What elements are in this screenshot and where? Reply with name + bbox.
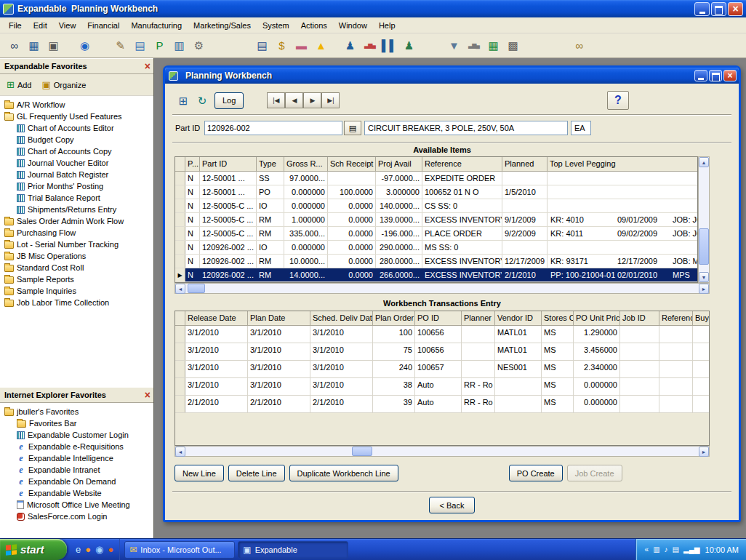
column-header[interactable]: P... <box>185 157 200 172</box>
table-row[interactable]: N12-50001 ...PO0.000000100.00003.0000001… <box>175 185 697 199</box>
refresh-button[interactable]: ↻ <box>193 92 212 109</box>
duplicate-workbench-line-button[interactable]: Duplicate Workbench Line <box>289 465 398 481</box>
nav-first-button[interactable]: |◀ <box>267 92 285 108</box>
ie-favorites-item[interactable]: Expandable Customer Login <box>0 429 153 441</box>
part-lookup-button[interactable]: ▤ <box>344 121 361 135</box>
table-row[interactable]: N12-50005-C ...RM335.000...0.0000-196.00… <box>175 227 697 241</box>
column-header[interactable]: Plan Date <box>248 311 310 326</box>
find-parts-button[interactable]: ∞ <box>4 36 24 55</box>
table-row[interactable]: 3/1/20103/1/20103/1/2010100100656MATL01M… <box>175 326 709 343</box>
ie-quicklaunch-icon[interactable]: e <box>76 545 81 554</box>
nav-prev-button[interactable]: ◀ <box>285 92 303 108</box>
ledger-button[interactable]: ▥ <box>169 36 189 55</box>
spreadsheet-button[interactable]: ▦ <box>484 36 503 55</box>
menu-financial[interactable]: Financial <box>81 19 125 32</box>
journal-entry-button[interactable]: ✎ <box>111 36 130 55</box>
column-header[interactable]: Proj Avail <box>376 157 422 172</box>
column-header[interactable]: Stores C <box>542 311 574 326</box>
verify-journal-button[interactable]: ▤ <box>130 36 150 55</box>
vscroll-thumb[interactable] <box>699 228 709 265</box>
organize-favorites-button[interactable]: ▣ Organize <box>41 79 87 90</box>
bar-chart-button[interactable]: ▃▆▄ <box>360 36 380 55</box>
ie-favorites-item[interactable]: Expandable On Demand <box>0 476 153 487</box>
table-row[interactable]: N12-50005-C ...IO0.0000000.0000140.0000.… <box>175 199 697 213</box>
gl-inquiry-button[interactable]: ▤ <box>252 36 272 55</box>
favorites-item[interactable]: Chart of Accounts Copy <box>0 145 153 157</box>
mesh-button[interactable]: ▩ <box>503 36 523 55</box>
po-create-button[interactable]: PO Create <box>509 465 563 481</box>
table-row[interactable]: 3/1/20103/1/20103/1/2010240100657NES001M… <box>175 361 709 378</box>
employee-chart-button[interactable]: ♟ <box>340 36 360 55</box>
ie-favorites-item[interactable]: Favorites Bar <box>0 417 153 429</box>
column-header[interactable]: Release Date <box>185 311 248 326</box>
column-header[interactable]: Planner <box>462 311 495 326</box>
scroll-right-button[interactable] <box>699 447 709 457</box>
favorites-item[interactable]: Purchasing Flow <box>0 227 153 239</box>
nav-last-button[interactable]: ▶| <box>321 92 340 108</box>
ie-favorites-item[interactable]: Expandable Intranet <box>0 464 153 476</box>
menu-file[interactable]: File <box>3 19 28 32</box>
favorites-item[interactable]: Sample Reports <box>0 273 153 285</box>
add-favorite-button[interactable]: ⊞ Add <box>6 79 32 90</box>
workbench-close-button[interactable] <box>723 70 737 81</box>
pause-button[interactable]: ▌▌ <box>380 36 399 55</box>
column-header[interactable]: Sched. Deliv Date <box>310 311 373 326</box>
column-header[interactable]: Type <box>257 157 284 172</box>
favorites-item[interactable]: Lot - Serial Number Tracking <box>0 239 153 250</box>
menu-help[interactable]: Help <box>373 19 401 32</box>
setup-button[interactable]: ⚙ <box>189 36 209 55</box>
hscroll-thumb[interactable] <box>188 284 205 293</box>
warning-button[interactable]: ▲ <box>311 36 331 55</box>
favorites-item[interactable]: GL Frequently Used Features <box>0 111 153 122</box>
new-line-button[interactable]: New Line <box>175 465 224 481</box>
column-header[interactable]: PO Unit Price <box>574 311 620 326</box>
column-header[interactable]: Plan Order <box>373 311 415 326</box>
favorites-close-button[interactable]: × <box>145 61 151 71</box>
column-header[interactable]: PO ID <box>415 311 462 326</box>
minimize-button[interactable] <box>694 2 710 16</box>
transfer-button[interactable]: ⊞ <box>174 92 193 109</box>
part-id-input[interactable] <box>204 121 342 135</box>
purge-button[interactable]: ▬ <box>292 36 311 55</box>
scroll-right-button[interactable] <box>699 284 709 294</box>
favorites-item[interactable]: Budget Copy <box>0 134 153 145</box>
workbench-restore-button[interactable] <box>709 70 722 81</box>
menu-window[interactable]: Window <box>333 19 373 32</box>
favorites-item[interactable]: Trial Balance Report <box>0 192 153 204</box>
column-header[interactable]: Sch Receipt <box>328 157 376 172</box>
nav-next-button[interactable]: ▶ <box>303 92 321 108</box>
table-row[interactable]: N12-50001 ...SS97.0000...-97.0000...EXPE… <box>175 172 697 185</box>
menu-actions[interactable]: Actions <box>295 19 333 32</box>
workbench-minimize-button[interactable] <box>694 70 707 81</box>
menu-marketing-sales[interactable]: Marketing/Sales <box>188 19 257 32</box>
column-header[interactable]: Planned <box>502 157 548 172</box>
close-button[interactable] <box>728 2 743 16</box>
column-header[interactable]: Buyer ID <box>693 311 710 326</box>
cash-button[interactable]: $ <box>272 36 292 55</box>
favorites-item[interactable]: Prior Months' Posting <box>0 180 153 192</box>
task-expandable[interactable]: ▣Expandable <box>238 541 348 559</box>
log-button[interactable]: Log <box>214 92 244 109</box>
column-header[interactable]: Reference <box>422 157 502 172</box>
favorites-item[interactable]: Sample Inquiries <box>0 285 153 297</box>
table-row[interactable]: ▶N120926-002 ...RM14.0000...0.0000266.00… <box>175 268 697 282</box>
column-header[interactable]: Gross R... <box>284 157 328 172</box>
hscroll-thumb[interactable] <box>352 447 372 456</box>
help-button[interactable]: ? <box>607 91 629 110</box>
table-row[interactable]: 2/1/20102/1/20102/1/201039AutoRR - RoMS0… <box>175 396 709 413</box>
messenger-quicklaunch-icon[interactable]: ◉ <box>95 545 103 554</box>
favorites-item[interactable]: Shipments/Returns Entry <box>0 204 153 215</box>
display-icon[interactable]: ▥ <box>653 546 659 553</box>
ie-favorites-item[interactable]: Expandable e-Requisitions <box>0 441 153 452</box>
ie-favorites-item[interactable]: SalesForce.com Login <box>0 511 153 522</box>
start-button[interactable]: start <box>0 539 67 560</box>
restore-button[interactable] <box>711 2 726 16</box>
menu-view[interactable]: View <box>53 19 82 32</box>
column-header[interactable]: Referenc <box>659 311 693 326</box>
favorites-item[interactable]: Journal Batch Register <box>0 169 153 180</box>
scroll-up-button[interactable] <box>699 157 709 167</box>
favorites-item[interactable]: A/R Workflow <box>0 99 153 111</box>
table-row[interactable]: N120926-002 ...IO0.0000000.0000290.0000.… <box>175 241 697 255</box>
favorites-item[interactable]: JB Misc Operations <box>0 250 153 262</box>
scroll-left-button[interactable] <box>175 284 185 294</box>
